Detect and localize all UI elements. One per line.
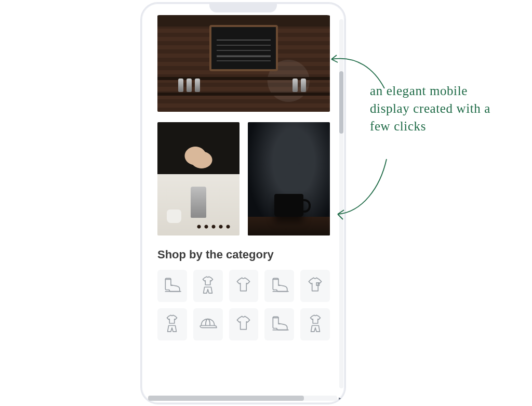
- image-tile-coffee-cup[interactable]: [248, 122, 330, 235]
- tshirt-icon: [234, 275, 254, 297]
- outfit-icon: [305, 313, 325, 335]
- phone-device-frame: Shop by the category: [140, 2, 346, 404]
- hero-image[interactable]: [157, 15, 330, 112]
- tshirt-icon: [234, 313, 254, 335]
- image-row: [157, 122, 330, 235]
- pocket-tee-icon: [305, 275, 325, 297]
- category-tile-tshirt[interactable]: [229, 308, 259, 340]
- category-tile-outfit[interactable]: [300, 308, 330, 340]
- horizontal-scrollbar-thumb[interactable]: [148, 396, 304, 401]
- boot-icon: [270, 275, 289, 297]
- annotation-text: an elegant mobile display created with a…: [370, 82, 505, 135]
- phone-viewport: Shop by the category: [148, 15, 338, 395]
- category-tile-boot[interactable]: [157, 270, 187, 302]
- device-notch: [209, 2, 277, 12]
- horizontal-scrollbar-right-arrow-icon[interactable]: ▸: [337, 396, 342, 401]
- cap-icon: [198, 313, 218, 335]
- category-tile-boot[interactable]: [264, 270, 294, 302]
- outfit-icon: [198, 275, 218, 297]
- boot-icon: [270, 313, 289, 335]
- category-tile-pocket-tee[interactable]: [300, 270, 330, 302]
- boot-icon: [162, 275, 182, 297]
- category-tile-boot[interactable]: [264, 308, 294, 340]
- outfit-icon: [162, 313, 182, 335]
- page-content: Shop by the category: [148, 15, 338, 340]
- category-tile-outfit[interactable]: [157, 308, 187, 340]
- category-tile-tshirt[interactable]: [229, 270, 259, 302]
- image-tile-barista[interactable]: [157, 122, 240, 235]
- category-tile-outfit[interactable]: [193, 270, 223, 302]
- category-grid: [157, 270, 330, 340]
- section-title: Shop by the category: [157, 248, 330, 261]
- annotation-arrow-bottom-icon: [332, 156, 395, 224]
- category-tile-cap[interactable]: [193, 308, 223, 340]
